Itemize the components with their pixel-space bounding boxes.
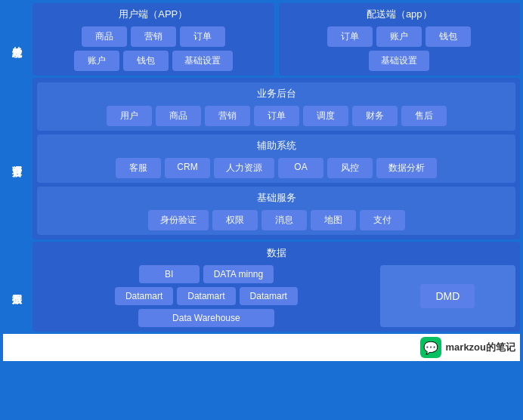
chip-delivery-basic: 基础设置 [369,51,429,71]
business-subsection: 业务后台 用户 商品 营销 订单 调度 财务 售后 [37,82,515,131]
delivery-app-title: 配送端（app） [283,8,516,21]
chip-delivery-account: 账户 [376,26,422,47]
chip-marketing: 营销 [131,26,176,47]
chip-message: 消息 [262,210,307,230]
basic-chips: 身份验证 权限 消息 地图 支付 [42,210,511,230]
wechat-icon: 💬 [423,341,438,355]
chip-hr: 人力资源 [214,158,274,178]
footer: 💬 markzou的笔记 [3,334,520,361]
chip-dispatch: 调度 [303,106,348,126]
delivery-app-row2: 基础设置 [283,51,516,71]
chip-basic-settings: 基础设置 [172,51,233,71]
chip-aftersale: 售后 [401,106,447,126]
brand-text: markzou的笔记 [446,341,515,354]
chip-cs: 客服 [116,158,161,178]
chip-map: 地图 [311,210,356,230]
auxiliary-title: 辅助系统 [42,139,511,153]
chip-crm: CRM [165,158,210,178]
data-layer-label: 数据层 [3,242,30,332]
user-app-row2: 账户 钱包 基础设置 [37,51,270,71]
data-title: 数据 [37,246,515,260]
chip-biz-goods: 商品 [156,106,201,126]
user-app-title: 用户端（APP） [37,8,270,21]
chip-datamart2: Datamart [177,287,235,305]
chip-data-mining: DATA minng [203,265,274,283]
chip-oa: OA [278,158,323,178]
chip-risk: 风控 [327,158,373,178]
chip-datamart1: Datamart [115,287,173,305]
chip-delivery-order: 订单 [327,26,373,47]
wechat-logo: 💬 [420,337,441,358]
data-layer-row: 数据层 数据 BI DATA minng Datamart Datamart D… [3,242,520,332]
data-row2: Datamart Datamart Datamart [37,287,376,305]
chip-dmd: DMD [420,284,475,308]
business-chips: 用户 商品 营销 订单 调度 财务 售后 [42,106,511,126]
chip-identity: 身份验证 [148,210,209,230]
management-label: 管理后台 [3,78,30,239]
data-row1: BI DATA minng [37,265,376,283]
chip-account: 账户 [74,51,119,71]
chip-datamart3: Datamart [240,287,298,305]
chip-data-analysis: 数据分析 [376,158,437,178]
delivery-app-row1: 订单 账户 钱包 [283,26,516,47]
user-app-panel: 用户端（APP） 商品 营销 订单 账户 钱包 基础设置 [32,3,274,76]
chip-delivery-wallet: 钱包 [426,26,471,47]
management-row: 管理后台 业务后台 用户 商品 营销 订单 调度 财务 售后 辅助系统 [3,78,520,239]
chip-order: 订单 [180,26,225,47]
chip-data-warehouse: Data Warehouse [138,309,274,327]
data-layout: BI DATA minng Datamart Datamart Datamart… [37,265,515,327]
outer-panels: 用户端（APP） 商品 营销 订单 账户 钱包 基础设置 配送端（app） 订单… [32,3,520,76]
data-layer-content: 数据 BI DATA minng Datamart Datamart Datam… [32,242,520,332]
basic-services-subsection: 基础服务 身份验证 权限 消息 地图 支付 [37,187,515,235]
business-title: 业务后台 [42,87,511,100]
chip-bi: BI [139,265,200,283]
chip-biz-marketing: 营销 [205,106,250,126]
user-app-row1: 商品 营销 订单 [37,26,270,47]
dmd-box: DMD [380,265,515,327]
auxiliary-chips: 客服 CRM 人力资源 OA 风控 数据分析 [42,158,511,178]
chip-finance: 财务 [352,106,398,126]
chip-users: 用户 [107,106,152,126]
chip-goods: 商品 [82,26,127,47]
auxiliary-subsection: 辅助系统 客服 CRM 人力资源 OA 风控 数据分析 [37,134,515,183]
chip-permission: 权限 [212,210,258,230]
outer-systems-row: 对外系统 用户端（APP） 商品 营销 订单 账户 钱包 基础设置 配送端（ap… [3,3,520,76]
data-left: BI DATA minng Datamart Datamart Datamart… [37,265,376,327]
chip-wallet: 钱包 [123,51,169,71]
basic-services-title: 基础服务 [42,191,511,205]
main-container: 对外系统 用户端（APP） 商品 营销 订单 账户 钱包 基础设置 配送端（ap… [0,0,523,364]
management-content: 业务后台 用户 商品 营销 订单 调度 财务 售后 辅助系统 客服 CRM 人力… [32,78,520,239]
data-row3: Data Warehouse [37,309,376,327]
delivery-app-panel: 配送端（app） 订单 账户 钱包 基础设置 [279,3,521,76]
chip-biz-order: 订单 [254,106,299,126]
chip-payment: 支付 [360,210,405,230]
outer-systems-label: 对外系统 [3,3,30,76]
